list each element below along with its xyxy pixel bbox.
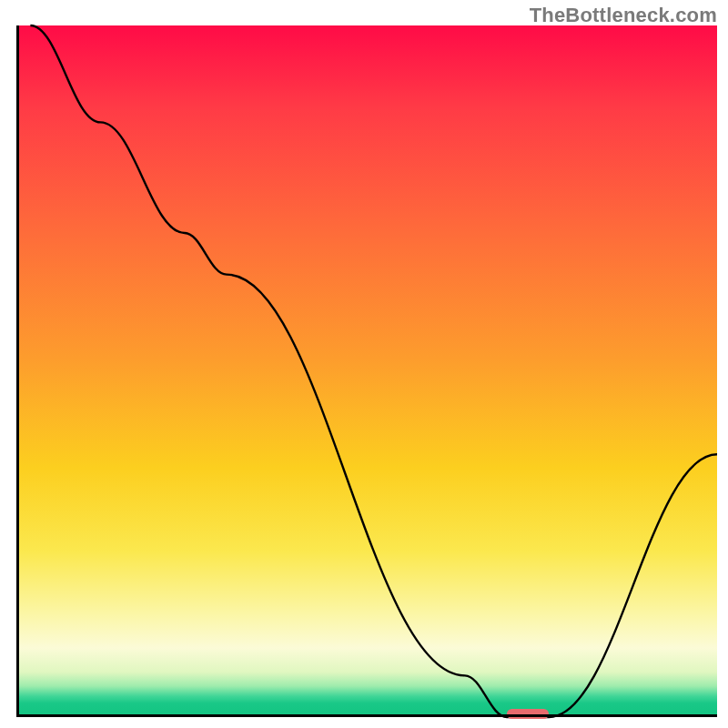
y-axis (16, 25, 19, 717)
watermark-text: TheBottleneck.com (530, 4, 717, 27)
bottleneck-curve (16, 25, 717, 717)
plot-area (16, 25, 717, 717)
chart-container: TheBottleneck.com (0, 0, 728, 728)
x-axis (16, 714, 717, 717)
